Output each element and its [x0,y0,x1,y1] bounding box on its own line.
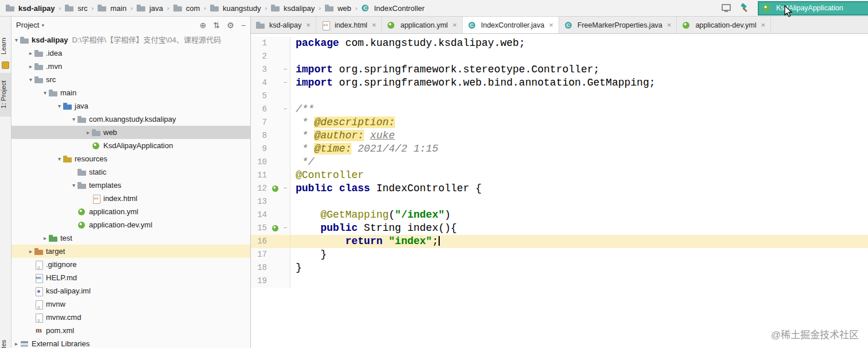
build-hammer-icon[interactable] [739,3,750,13]
tool-tab-project[interactable]: 1: Project [0,73,11,117]
tree-item-ksd-alipay.iml[interactable]: ksd-alipay.iml [11,284,250,297]
code-line-17[interactable]: 17 } [251,248,868,261]
breadcrumb-item-indexcontroller[interactable]: IndexController [360,3,425,13]
breadcrumb-item-web[interactable]: web [324,3,352,13]
line-number[interactable]: 7 [251,116,269,129]
line-number[interactable]: 9 [251,142,269,156]
line-number[interactable]: 16 [251,235,269,248]
tree-item-ksdalipayapplication[interactable]: KsdAlipayApplication [11,139,250,152]
code-line-16[interactable]: 16 return "index"; [251,235,868,248]
tree-item-com.kuangstudy.ksdalipay[interactable]: ▾com.kuangstudy.ksdalipay [11,113,250,126]
close-icon[interactable] [306,21,311,29]
tree-item-application.yml[interactable]: application.yml [11,205,250,218]
hide-icon[interactable]: − [241,21,246,29]
code-text[interactable]: @Controller [290,169,364,182]
code-line-7[interactable]: 7 * @description: [251,116,868,129]
chevron-right-icon[interactable]: ▸ [27,60,34,73]
run-configuration-select[interactable]: KsdAlipayApplication [758,1,868,16]
close-icon[interactable] [761,21,765,29]
close-icon[interactable] [549,21,553,29]
chevron-right-icon[interactable]: ▸ [41,231,49,245]
code-text[interactable] [290,50,296,63]
code-line-14[interactable]: 14 @GetMapping("/index") [251,208,868,222]
preview-icon[interactable] [721,3,731,13]
tree-item-application-dev.yml[interactable]: application-dev.yml [11,218,250,231]
code-text[interactable]: /** [290,103,314,116]
tree-item-resources[interactable]: ▾resources [11,152,250,165]
tree-item-src[interactable]: ▾src [11,73,250,86]
close-icon[interactable] [372,21,377,29]
tree-item-static[interactable]: static [11,165,250,179]
code-line-6[interactable]: 6−/** [251,103,868,116]
chevron-right-icon[interactable]: ▸ [27,245,34,258]
code-text[interactable]: package com.kuangstudy.ksdalipay.web; [290,37,525,50]
chevron-down-icon[interactable]: ▾ [56,152,63,165]
code-line-18[interactable]: 18} [251,261,868,274]
code-line-12[interactable]: 12−public class IndexController { [251,182,868,195]
tool-tab-learn[interactable]: Learn [0,33,11,59]
code-editor[interactable]: 1package com.kuangstudy.ksdalipay.web;23… [251,34,868,348]
code-line-19[interactable]: 19 [251,274,868,288]
tree-item-pom.xml[interactable]: pom.xml [11,324,250,337]
spring-bean-icon[interactable] [269,182,281,195]
code-text[interactable]: * @time: 2021/4/2 1:15 [290,142,438,156]
code-line-3[interactable]: 3−import org.springframework.stereotype.… [251,63,868,76]
learn-plugin-icon[interactable] [2,61,9,69]
tool-tab-favorites[interactable]: Favorites [0,336,11,348]
line-number[interactable]: 19 [251,274,269,288]
line-number[interactable]: 14 [251,208,269,222]
collapse-all-icon[interactable]: ⇅ [214,21,220,29]
close-icon[interactable] [667,21,672,29]
fold-icon[interactable]: − [281,63,290,76]
tab-ksd-alipay[interactable]: ksd-alipay [251,17,316,33]
tab-index.html[interactable]: index.html [316,17,382,33]
code-line-1[interactable]: 1package com.kuangstudy.ksdalipay.web; [251,37,868,50]
code-text[interactable]: import org.springframework.web.bind.anno… [290,76,656,90]
locate-icon[interactable]: ⊕ [200,21,207,29]
chevron-down-icon[interactable]: ▾ [56,99,63,113]
chevron-down-icon[interactable]: ▾ [13,33,20,47]
chevron-down-icon[interactable]: ▾ [27,73,34,86]
breadcrumb-item-kuangstudy[interactable]: kuangstudy [209,3,262,13]
tree-item-templates[interactable]: ▾templates [11,179,250,192]
code-line-13[interactable]: 13 [251,195,868,208]
line-number[interactable]: 15 [251,222,269,235]
tab-application.yml[interactable]: application.yml [382,17,462,33]
tree-item-.mvn[interactable]: ▸.mvn [11,60,250,73]
line-number[interactable]: 12 [251,182,269,195]
tab-application-dev.yml[interactable]: application-dev.yml [677,17,771,33]
chevron-down-icon[interactable]: ▾ [41,86,49,99]
spring-bean-icon[interactable] [269,222,281,235]
code-line-5[interactable]: 5 [251,90,868,103]
tree-item-external-libraries[interactable]: ▸External Libraries [11,337,250,348]
line-number[interactable]: 8 [251,129,269,142]
code-line-11[interactable]: 11@Controller [251,169,868,182]
code-text[interactable] [290,195,296,208]
tree-item-mvnw.cmd[interactable]: mvnw.cmd [11,311,250,324]
close-icon[interactable] [452,21,457,29]
line-number[interactable]: 18 [251,261,269,274]
tab-indexcontroller.java[interactable]: IndexController.java [463,17,559,33]
code-line-9[interactable]: 9 * @time: 2021/4/2 1:15 [251,142,868,156]
code-line-10[interactable]: 10 */ [251,156,868,169]
code-line-8[interactable]: 8 * @author: xuke [251,129,868,142]
chevron-down-icon[interactable]: ▾ [70,113,78,126]
chevron-down-icon[interactable] [41,22,44,28]
fold-icon[interactable]: − [281,182,290,195]
code-line-15[interactable]: 15− public String index(){ [251,222,868,235]
code-text[interactable]: public class IndexController { [290,182,482,195]
tree-item-main[interactable]: ▾main [11,86,250,99]
line-number[interactable]: 2 [251,50,269,63]
breadcrumb-item-ksd-alipay[interactable]: ksd-alipay [5,3,56,13]
breadcrumb-item-java[interactable]: java [135,3,164,13]
breadcrumb-item-com[interactable]: com [172,3,202,13]
tree-item-.idea[interactable]: ▸.idea [11,47,250,60]
line-number[interactable]: 1 [251,37,269,50]
chevron-right-icon[interactable]: ▸ [13,337,20,348]
tree-item-help.md[interactable]: HELP.md [11,271,250,284]
code-text[interactable]: * @author: xuke [290,129,395,142]
line-number[interactable]: 3 [251,63,269,76]
tree-item-ksd-alipay[interactable]: ▾ksd-alipayD:\学相伴\【学相伴】支付宝\04、课程源代码 [11,33,250,47]
breadcrumb-item-src[interactable]: src [64,3,88,13]
fold-icon[interactable]: − [281,76,290,90]
